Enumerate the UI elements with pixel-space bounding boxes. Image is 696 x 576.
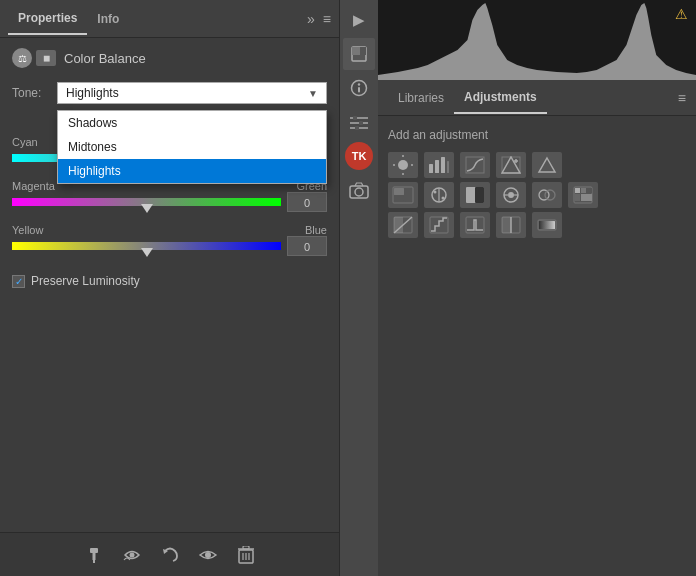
selectivecolor-icon [501, 216, 521, 234]
curves-icon [465, 156, 485, 174]
svg-point-56 [539, 190, 549, 200]
adjustment-title: Color Balance [64, 51, 146, 66]
vibrance-icon [537, 156, 557, 174]
exposure-icon [501, 156, 521, 174]
preserve-luminosity-checkbox[interactable]: ✓ [12, 275, 25, 288]
slider-row-yellow: Yellow Blue 0 [12, 224, 327, 256]
strip-tk-button[interactable]: TK [345, 142, 373, 170]
svg-point-49 [442, 197, 445, 200]
panel-tab-icons: » ≡ [307, 11, 331, 27]
adj-posterize-button[interactable] [424, 212, 454, 238]
undo-icon [161, 547, 179, 563]
expand-icon[interactable]: » [307, 11, 315, 27]
histogram-svg [378, 0, 696, 80]
svg-rect-33 [435, 160, 439, 173]
strip-play-button[interactable]: ▶ [343, 4, 375, 36]
svg-rect-61 [587, 188, 592, 193]
svg-rect-59 [575, 188, 580, 193]
toolbar-undo-button[interactable] [158, 543, 182, 567]
yellow-value-box: 0 [287, 236, 327, 256]
channelmixer-icon [537, 186, 557, 204]
bw-icon [465, 186, 485, 204]
svg-rect-32 [429, 164, 433, 173]
adjustments-grid [388, 152, 686, 238]
adj-curves-button[interactable] [460, 152, 490, 178]
layer-icon: ◼ [36, 50, 56, 66]
adj-row-1 [388, 152, 686, 178]
layer-icon [350, 45, 368, 63]
svg-rect-65 [394, 217, 403, 233]
svg-point-16 [358, 83, 360, 85]
magenta-left-label: Magenta [12, 180, 55, 192]
adj-levels-button[interactable] [424, 152, 454, 178]
strip-layer-button[interactable] [343, 38, 375, 70]
sliders-icon [350, 114, 368, 130]
svg-rect-35 [447, 161, 449, 173]
adj-vibrance-button[interactable] [532, 152, 562, 178]
yellow-slider-track[interactable] [12, 242, 281, 250]
tone-row: Tone: Highlights ▼ Shadows Midtones High… [12, 82, 327, 104]
adj-brightness-button[interactable] [388, 152, 418, 178]
svg-rect-0 [90, 548, 98, 553]
toolbar-reset-eye-button[interactable] [120, 543, 144, 567]
menu-icon[interactable]: ≡ [323, 11, 331, 27]
magenta-slider-thumb[interactable] [141, 204, 153, 213]
adj-photo-filter-button[interactable] [496, 182, 526, 208]
svg-point-53 [508, 192, 514, 198]
svg-rect-45 [405, 188, 412, 202]
svg-rect-1 [92, 553, 95, 560]
tab-libraries[interactable]: Libraries [388, 83, 454, 113]
toolbar-delete-button[interactable] [234, 543, 258, 567]
svg-rect-63 [581, 194, 592, 201]
adj-gradient-map-button[interactable] [532, 212, 562, 238]
reset-eye-icon [123, 548, 141, 562]
dropdown-item-shadows[interactable]: Shadows [58, 111, 326, 135]
toolbar-pin-button[interactable] [82, 543, 106, 567]
adj-exposure-button[interactable] [496, 152, 526, 178]
adj-threshold-button[interactable] [460, 212, 490, 238]
svg-rect-23 [355, 126, 359, 130]
colorbalance-icon [429, 186, 449, 204]
svg-rect-34 [441, 157, 445, 173]
yellow-left-label: Yellow [12, 224, 43, 236]
adj-color-lookup-button[interactable] [568, 182, 598, 208]
dropdown-item-midtones[interactable]: Midtones [58, 135, 326, 159]
left-panel: Properties Info » ≡ ⚖ ◼ Color Balance To… [0, 0, 340, 576]
right-tabs: Libraries Adjustments ≡ [378, 80, 696, 116]
adj-hsl-button[interactable] [388, 182, 418, 208]
svg-rect-62 [575, 194, 580, 201]
strip-info-button[interactable] [343, 72, 375, 104]
strip-camera-button[interactable] [343, 174, 375, 206]
adj-selective-color-button[interactable] [496, 212, 526, 238]
tab-info[interactable]: Info [87, 4, 129, 34]
posterize-icon [429, 216, 449, 234]
svg-rect-13 [352, 47, 360, 55]
adj-invert-button[interactable] [388, 212, 418, 238]
middle-strip: ▶ TK [340, 0, 378, 576]
threshold-icon [465, 216, 485, 234]
histogram-area: ⚠ [378, 0, 696, 80]
right-panel-menu-icon[interactable]: ≡ [678, 90, 686, 106]
invert-icon [393, 216, 413, 234]
adj-channel-mixer-button[interactable] [532, 182, 562, 208]
toolbar-visibility-button[interactable] [196, 543, 220, 567]
adjustment-icons: ⚖ ◼ [12, 48, 56, 68]
svg-rect-14 [360, 47, 366, 55]
tone-dropdown[interactable]: Highlights ▼ [57, 82, 327, 104]
yellow-slider-thumb[interactable] [141, 248, 153, 257]
svg-point-25 [355, 188, 363, 196]
panel-toolbar [0, 532, 339, 576]
adj-bw-button[interactable] [460, 182, 490, 208]
tab-properties[interactable]: Properties [8, 3, 87, 35]
tab-adjustments[interactable]: Adjustments [454, 82, 547, 114]
magenta-slider-track[interactable] [12, 198, 281, 206]
yellow-labels: Yellow Blue [12, 224, 327, 236]
strip-adjustments-button[interactable] [343, 106, 375, 138]
svg-rect-60 [581, 188, 586, 193]
info-circle-icon [350, 79, 368, 97]
adj-color-balance-button[interactable] [424, 182, 454, 208]
warning-icon: ⚠ [675, 6, 688, 22]
svg-rect-21 [353, 116, 357, 120]
camera-icon [349, 181, 369, 199]
dropdown-item-highlights[interactable]: Highlights [58, 159, 326, 183]
